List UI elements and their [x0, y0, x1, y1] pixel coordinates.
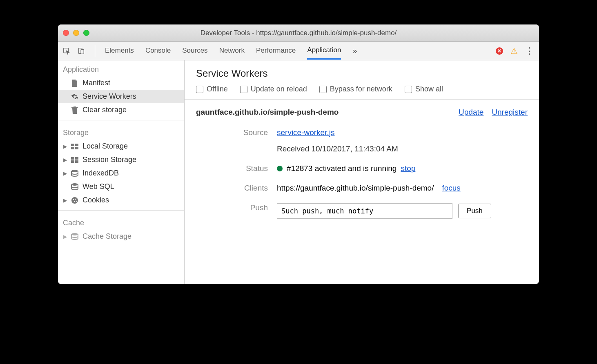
devtools-tabs: Elements Console Sources Network Perform…	[105, 42, 488, 60]
application-sidebar: Application Manifest Service Workers	[58, 60, 185, 284]
table-icon	[71, 143, 78, 150]
toolbar-right: ✕ ⚠ ⋮	[496, 46, 534, 56]
table-icon	[71, 156, 78, 164]
tab-network[interactable]: Network	[219, 47, 245, 55]
svg-rect-10	[75, 160, 78, 163]
svg-rect-4	[75, 144, 78, 146]
unregister-link[interactable]: Unregister	[492, 108, 528, 117]
sw-details-grid: Source service-worker.js Received 10/10/…	[196, 128, 528, 219]
svg-rect-7	[71, 157, 74, 160]
push-message-input[interactable]	[277, 203, 452, 219]
svg-rect-2	[81, 49, 84, 54]
devtools-toolbar: Elements Console Sources Network Perform…	[58, 42, 539, 60]
sidebar-item-clear-storage[interactable]: Clear storage	[58, 103, 184, 117]
status-text: #12873 activated and is running	[287, 164, 397, 173]
sidebar-section-cache: Cache	[58, 214, 184, 230]
svg-point-12	[71, 183, 78, 186]
svg-point-17	[76, 200, 77, 202]
error-badge-icon[interactable]: ✕	[496, 47, 503, 55]
svg-point-15	[75, 198, 76, 200]
svg-rect-5	[71, 147, 74, 149]
database-icon	[71, 233, 78, 240]
expand-triangle-icon[interactable]: ▶	[63, 144, 67, 149]
database-icon	[71, 183, 78, 191]
device-toggle-icon[interactable]	[78, 47, 85, 55]
source-label: Source	[196, 128, 270, 137]
devtools-body: Application Manifest Service Workers	[58, 60, 539, 284]
status-dot-icon	[277, 166, 283, 171]
svg-point-11	[71, 170, 78, 172]
tab-application[interactable]: Application	[307, 46, 341, 60]
status-label: Status	[196, 164, 270, 173]
tab-performance[interactable]: Performance	[256, 47, 296, 55]
focus-link[interactable]: focus	[442, 184, 460, 193]
panel-header: Service Workers Offline Update on reload…	[185, 60, 539, 100]
offline-checkbox[interactable]: Offline	[196, 85, 228, 93]
sidebar-item-label: Manifest	[82, 79, 110, 87]
received-timestamp: Received 10/10/2017, 11:43:04 AM	[277, 144, 528, 153]
sidebar-item-session-storage[interactable]: ▶ Session Storage	[58, 153, 184, 166]
file-icon	[71, 80, 78, 87]
tab-sources[interactable]: Sources	[182, 47, 207, 55]
devtools-window: Developer Tools - https://gauntface.gith…	[58, 24, 539, 284]
stop-link[interactable]: stop	[401, 164, 415, 173]
toolbar-divider	[95, 45, 95, 57]
cookie-icon	[71, 197, 78, 204]
svg-point-14	[73, 199, 74, 200]
svg-point-18	[71, 233, 78, 235]
inspect-element-icon[interactable]	[63, 47, 70, 55]
gear-icon	[71, 93, 78, 100]
kebab-menu-icon[interactable]: ⋮	[525, 46, 534, 56]
sidebar-section-storage: Storage	[58, 124, 184, 140]
expand-triangle-icon[interactable]: ▶	[63, 157, 67, 163]
sidebar-item-cookies[interactable]: ▶ Cookies	[58, 193, 184, 207]
sidebar-item-cache-storage[interactable]: ▶ Cache Storage	[58, 230, 184, 243]
service-workers-panel: Service Workers Offline Update on reload…	[185, 60, 539, 284]
sidebar-item-label: Cookies	[82, 196, 109, 204]
svg-point-16	[74, 201, 75, 202]
window-title: Developer Tools - https://gauntface.gith…	[58, 29, 539, 37]
show-all-checkbox[interactable]: Show all	[405, 85, 443, 93]
sidebar-item-label: Session Storage	[82, 155, 136, 164]
bypass-network-checkbox[interactable]: Bypass for network	[319, 85, 392, 93]
sidebar-divider	[58, 120, 184, 120]
source-link[interactable]: service-worker.js	[277, 128, 334, 137]
database-icon	[71, 170, 78, 177]
sw-scope-block: gauntface.github.io/simple-push-demo Upd…	[185, 100, 539, 219]
scope-origin: gauntface.github.io/simple-push-demo	[196, 108, 450, 117]
clients-label: Clients	[196, 184, 270, 193]
client-url: https://gauntface.github.io/simple-push-…	[277, 184, 434, 193]
sidebar-item-local-storage[interactable]: ▶ Local Storage	[58, 140, 184, 153]
sidebar-item-label: Cache Storage	[82, 232, 131, 241]
push-label: Push	[196, 203, 270, 212]
sidebar-item-label: IndexedDB	[82, 169, 119, 178]
push-button[interactable]: Push	[458, 204, 491, 218]
sidebar-section-application: Application	[58, 60, 184, 76]
svg-rect-6	[75, 147, 78, 149]
expand-triangle-icon[interactable]: ▶	[63, 171, 67, 176]
sidebar-item-web-sql[interactable]: Web SQL	[58, 180, 184, 193]
svg-point-13	[71, 197, 78, 204]
sidebar-item-manifest[interactable]: Manifest	[58, 76, 184, 90]
expand-triangle-icon[interactable]: ▶	[63, 234, 67, 240]
update-link[interactable]: Update	[459, 108, 483, 117]
tab-console[interactable]: Console	[145, 47, 171, 55]
svg-rect-8	[75, 157, 78, 160]
more-tabs-button[interactable]: »	[352, 46, 357, 55]
warning-badge-icon[interactable]: ⚠	[510, 46, 518, 56]
tab-elements[interactable]: Elements	[105, 47, 134, 55]
sidebar-item-label: Service Workers	[82, 92, 136, 101]
svg-rect-3	[71, 144, 74, 146]
trash-icon	[71, 107, 78, 114]
sidebar-item-service-workers[interactable]: Service Workers	[58, 90, 184, 103]
sidebar-item-indexeddb[interactable]: ▶ IndexedDB	[58, 166, 184, 180]
svg-rect-9	[71, 160, 74, 163]
update-on-reload-checkbox[interactable]: Update on reload	[240, 85, 307, 93]
sw-options-row: Offline Update on reload Bypass for netw…	[196, 85, 528, 93]
expand-triangle-icon[interactable]: ▶	[63, 198, 67, 203]
sidebar-item-label: Clear storage	[82, 106, 127, 114]
sidebar-item-label: Local Storage	[82, 142, 128, 151]
scope-header: gauntface.github.io/simple-push-demo Upd…	[196, 108, 528, 117]
sidebar-item-label: Web SQL	[82, 182, 114, 191]
titlebar: Developer Tools - https://gauntface.gith…	[58, 24, 539, 42]
